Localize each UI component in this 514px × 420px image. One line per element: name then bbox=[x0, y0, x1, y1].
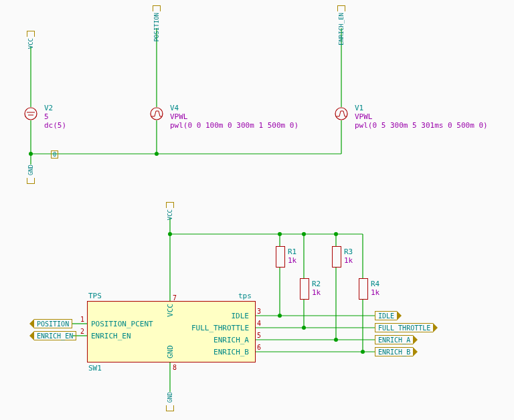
power-flag-vcc: VCC bbox=[25, 31, 37, 50]
pin3-name: IDLE bbox=[232, 312, 250, 320]
power-flag-position: POSITION bbox=[151, 5, 163, 43]
pin5-name: ENRICH_A bbox=[213, 336, 249, 344]
pin5-num: 5 bbox=[257, 332, 261, 339]
r3-ref: R3 bbox=[344, 247, 353, 256]
pin8-name: GND bbox=[166, 345, 175, 358]
pin4-name: FULL_THROTTLE bbox=[191, 324, 249, 332]
v2-spice: dc(5) bbox=[44, 121, 66, 130]
power-flag-gnd-chip: GND bbox=[164, 392, 176, 411]
svg-point-38 bbox=[335, 108, 347, 120]
source-v4 bbox=[150, 107, 163, 120]
pin2-num: 2 bbox=[80, 328, 84, 335]
netflag-enrich-b: ENRICH_B bbox=[375, 347, 418, 356]
power-flag-vcc-chip: VCC bbox=[164, 202, 176, 221]
netflag-enrich-a: ENRICH_A bbox=[375, 335, 418, 344]
r2-ref: R2 bbox=[312, 280, 321, 288]
svg-point-37 bbox=[151, 108, 163, 120]
pin1-num: 1 bbox=[80, 316, 84, 323]
v1-spice: pwl(0 5 300m 5 301ms 0 500m 0) bbox=[355, 121, 488, 130]
r4-ref: R4 bbox=[371, 280, 379, 288]
power-flag-enrich-en: ENRICH_EN bbox=[335, 5, 347, 47]
netflag-enrich-en-in: ENRICH_EN bbox=[29, 331, 76, 340]
netflag-full-throttle: FULL_THROTTLE bbox=[375, 323, 438, 332]
v4-ref: V4 bbox=[170, 104, 179, 112]
r2-val: 1k bbox=[312, 288, 321, 297]
chip-instance: tps bbox=[238, 292, 252, 300]
pin2-name: ENRICH_EN bbox=[91, 332, 131, 340]
pin7-name: VCC bbox=[166, 304, 175, 317]
r1-ref: R1 bbox=[288, 247, 296, 256]
v1-value: VPWL bbox=[355, 112, 373, 121]
pin3-num: 3 bbox=[257, 308, 261, 315]
source-v2 bbox=[24, 107, 37, 120]
resistor-r3 bbox=[332, 246, 341, 268]
resistor-r2 bbox=[300, 278, 309, 300]
resistor-r4 bbox=[359, 278, 368, 300]
source-v1 bbox=[335, 107, 348, 120]
r3-val: 1k bbox=[344, 256, 353, 265]
resistor-r1 bbox=[276, 246, 285, 268]
r1-val: 1k bbox=[288, 256, 296, 265]
netflag-idle: IDLE bbox=[375, 311, 402, 320]
v2-ref: V2 bbox=[44, 104, 53, 112]
v4-spice: pwl(0 0 100m 0 300m 1 500m 0) bbox=[170, 121, 298, 130]
chip-ref: SW1 bbox=[88, 364, 102, 373]
net-zero: 0 bbox=[51, 150, 58, 159]
netflag-position-in: POSITION bbox=[29, 319, 72, 328]
pin6-num: 6 bbox=[257, 344, 261, 351]
pin1-name: POSITION_PCENT bbox=[91, 320, 153, 328]
pin8-num: 8 bbox=[173, 364, 177, 371]
pin6-name: ENRICH_B bbox=[213, 348, 249, 356]
r4-val: 1k bbox=[371, 288, 379, 297]
pin7-num: 7 bbox=[173, 294, 177, 302]
v1-ref: V1 bbox=[355, 104, 363, 112]
power-flag-gnd-1: GND bbox=[25, 165, 37, 184]
pin4-num: 4 bbox=[257, 320, 261, 327]
svg-point-34 bbox=[25, 108, 37, 120]
v4-value: VPWL bbox=[170, 112, 188, 121]
chip-type: TPS bbox=[88, 292, 102, 300]
v2-value: 5 bbox=[44, 112, 49, 121]
